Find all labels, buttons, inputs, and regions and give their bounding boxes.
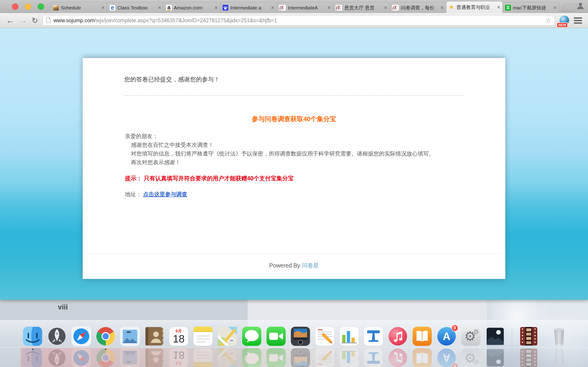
tab-close-icon[interactable]: × (497, 4, 500, 10)
dock-image-file-icon[interactable] (485, 347, 506, 367)
chrome-menu-icon[interactable] (574, 17, 582, 24)
dock-mail-icon[interactable] (120, 347, 141, 367)
dock-finder-icon[interactable] (22, 347, 43, 367)
tab-title: 悬赏大厅 悬赏 (344, 5, 383, 11)
dock-ibooks-icon[interactable] (412, 347, 433, 367)
url-path: /wjx/join/complete.aspx?q=5346357&JoinID… (95, 17, 277, 23)
dock-keynote-icon[interactable] (363, 326, 384, 347)
tab-close-icon[interactable]: × (271, 5, 274, 10)
letter-line: 对您填写的信息，我们将严格遵守《统计法》予以保密，所得调查数据仅用于科学研究需要… (125, 149, 434, 158)
dock-divider (512, 347, 512, 367)
dock-launchpad-icon[interactable] (46, 326, 68, 347)
wenjuanxing-brand-link[interactable]: 问卷星 (302, 262, 319, 269)
dock-itunes-icon[interactable] (387, 326, 408, 347)
tab-close-icon[interactable]: × (101, 5, 105, 10)
survey-link[interactable]: 点击这里参与调查 (143, 191, 187, 197)
dock-icons-reflection: 8月183DA3⚙⚙ (22, 347, 570, 367)
dock-photo-booth-icon[interactable] (290, 326, 311, 347)
tab-amazon[interactable]: aAmazon.com:× (164, 2, 220, 13)
dock-pages-icon[interactable] (314, 326, 335, 347)
profile-avatar-icon[interactable] (577, 2, 584, 10)
dock-facetime-icon[interactable] (266, 326, 287, 347)
dock-video-file-icon[interactable] (518, 326, 539, 347)
dock-pages-icon[interactable] (314, 347, 335, 367)
dock-contacts-icon[interactable] (144, 347, 165, 367)
tab-schedule[interactable]: Schedule× (51, 2, 107, 13)
dock-maps-icon[interactable]: 3D (217, 347, 238, 367)
dock-trash-icon[interactable] (548, 347, 570, 367)
dock-messages-icon[interactable] (241, 347, 262, 367)
new-tab-button[interactable] (561, 4, 578, 12)
dock-ibooks-icon[interactable] (412, 326, 433, 347)
tab-xuanshang-hall[interactable]: (E悬赏大厅 悬赏× (333, 2, 390, 13)
dock-safari-icon[interactable] (71, 347, 92, 367)
dock-mail-icon[interactable] (120, 326, 141, 347)
dock-notes-icon[interactable] (192, 347, 214, 367)
forward-button[interactable]: → (19, 16, 27, 25)
dock-messages-icon[interactable] (241, 326, 262, 347)
dock-keynote-icon[interactable] (363, 347, 384, 367)
tab-close-icon[interactable]: × (158, 5, 161, 10)
dock-maps-icon[interactable]: 3D (217, 326, 238, 347)
back-button[interactable]: ← (6, 16, 14, 25)
tab-putong-jiaoyu[interactable]: ★普通教育与职业× (446, 1, 503, 13)
close-window-button[interactable] (12, 3, 18, 10)
extension-icon[interactable]: NEW (560, 16, 569, 25)
dock-numbers-icon[interactable] (338, 347, 360, 367)
tab-close-icon[interactable]: × (440, 5, 444, 10)
dock-chrome-icon[interactable] (95, 326, 116, 347)
browser-window: Schedule×eClass Textboo×aAmazon.com:×Int… (0, 0, 588, 300)
dock-video-file-icon[interactable] (518, 347, 539, 367)
dock-contacts-icon[interactable] (144, 326, 165, 347)
bookmark-star-icon[interactable]: ☆ (545, 17, 552, 24)
dock-app-store-icon[interactable]: A3 (436, 326, 457, 347)
e-serif-favicon: (E (336, 5, 342, 10)
zoom-window-button[interactable] (38, 3, 44, 10)
ie-e-favicon: e (110, 5, 115, 10)
desktop: viii Schedule×eClass Textboo×aAmazon.com… (0, 0, 588, 367)
tab-bar: Schedule×eClass Textboo×aAmazon.com:×Int… (0, 0, 588, 13)
dock-numbers-icon[interactable] (338, 326, 360, 347)
dock-finder-icon[interactable] (22, 326, 43, 347)
tab-wenjuan-diaocha[interactable]: (E问卷调查，每份× (389, 2, 446, 13)
dock-calendar-icon[interactable]: 8月18 (168, 326, 189, 347)
app-store-badge: 3 (451, 325, 458, 332)
dock-system-preferences-icon[interactable]: ⚙⚙ (460, 326, 481, 347)
browser-toolbar: ← → ↻ www.sojump.com/wjx/join/complete.a… (0, 13, 588, 28)
address-line: 地址： 点击这里参与调查 (125, 191, 187, 198)
dock-app-store-icon[interactable]: A3 (436, 347, 457, 367)
dock-image-file-icon[interactable] (485, 326, 506, 347)
dock-chrome-icon[interactable] (95, 347, 116, 367)
tab-intermediate-1[interactable]: Intermediate a× (220, 2, 277, 13)
dock-system-preferences-icon[interactable]: ⚙⚙ (460, 347, 481, 367)
tab-close-icon[interactable]: × (327, 5, 331, 10)
tab-intermediate-2[interactable]: (EIntermediateA× (277, 2, 333, 13)
dock-facetime-icon[interactable] (266, 347, 287, 367)
reload-button[interactable]: ↻ (32, 17, 38, 24)
dock-notes-icon[interactable] (192, 326, 214, 347)
tab-title: 普通教育与职业 (456, 4, 496, 10)
tab-class-textbooks[interactable]: eClass Textboo× (107, 2, 164, 13)
tab-close-icon[interactable]: × (214, 5, 218, 10)
address-label: 地址： (125, 191, 141, 197)
address-bar[interactable]: www.sojump.com/wjx/join/complete.aspx?q=… (43, 15, 555, 26)
tab-mac-screenshot[interactable]: 豆mac下截屏快捷× (502, 2, 559, 13)
svg-text:3D: 3D (230, 352, 233, 355)
dock-launchpad-icon[interactable] (46, 347, 68, 367)
minimize-window-button[interactable] (25, 3, 31, 10)
dock-trash-icon[interactable] (548, 326, 570, 347)
tab-close-icon[interactable]: × (384, 5, 387, 10)
greeting-line: 亲爱的朋友： (125, 132, 434, 141)
svg-text:8月: 8月 (176, 329, 182, 333)
e-serif-favicon: (E (392, 5, 399, 10)
survey-complete-card: 您的答卷已经提交，感谢您的参与！ 参与问卷调查获取40个集分宝 亲爱的朋友： 感… (83, 58, 505, 279)
dock-icons-row: 8月183DA3⚙⚙ (22, 326, 570, 347)
dock-safari-icon[interactable] (71, 326, 92, 347)
dock-itunes-icon[interactable] (387, 347, 408, 367)
dock-calendar-icon[interactable]: 8月18 (168, 347, 189, 367)
url-host: www.sojump.com (53, 17, 95, 23)
dock-photo-booth-icon[interactable] (290, 347, 311, 367)
tab-close-icon[interactable]: × (553, 5, 557, 10)
extension-new-badge: NEW (557, 23, 568, 27)
svg-text:A: A (443, 330, 450, 342)
